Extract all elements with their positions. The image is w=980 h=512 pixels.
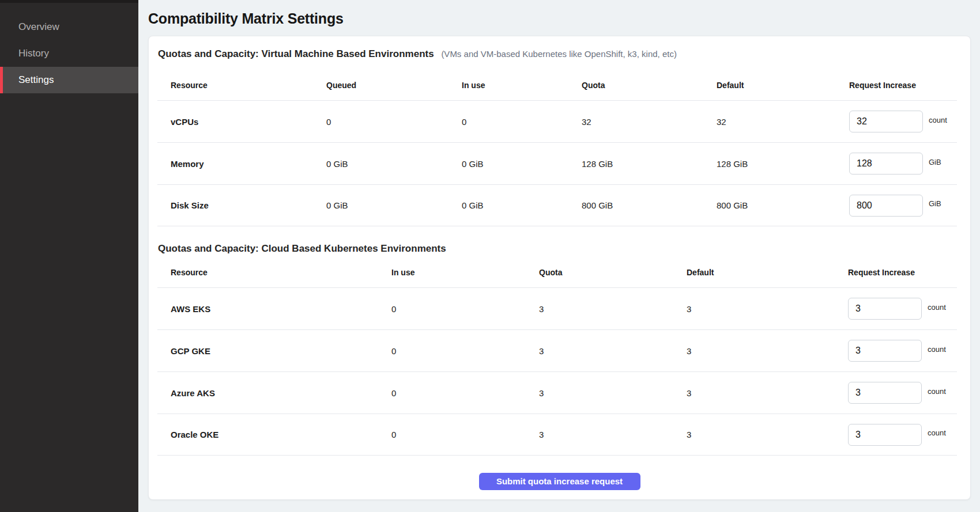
- table-row-vcpus: vCPUs 0 0 32 32 count: [157, 100, 957, 142]
- default-value: 3: [687, 304, 848, 314]
- in-use-value: 0: [391, 346, 539, 356]
- column-header-in-use: In use: [462, 81, 582, 90]
- unit-label: count: [929, 116, 947, 124]
- queued-value: 0: [326, 117, 462, 127]
- unit-label: GiB: [929, 199, 941, 208]
- sidebar-item-label: Overview: [18, 21, 59, 33]
- vm-table-header-row: Resource Queued In use Quota Default Req…: [157, 70, 957, 100]
- vcpus-request-input[interactable]: [849, 111, 923, 132]
- table-row-oracle-oke: Oracle OKE 0 3 3 count: [157, 414, 957, 456]
- unit-label: GiB: [929, 158, 941, 166]
- resource-name: AWS EKS: [171, 304, 391, 314]
- table-row-aws-eks: AWS EKS 0 3 3 count: [157, 287, 957, 329]
- default-value: 3: [687, 388, 848, 398]
- oracle-oke-request-input[interactable]: [848, 424, 922, 446]
- quota-value: 3: [539, 430, 687, 439]
- sidebar: Overview History Settings: [0, 0, 138, 512]
- quota-value: 32: [582, 117, 717, 127]
- vm-quota-table: Resource Queued In use Quota Default Req…: [157, 70, 957, 226]
- in-use-value: 0: [391, 430, 539, 439]
- sidebar-item-label: History: [18, 48, 49, 59]
- request-increase-cell: GiB: [849, 153, 957, 175]
- column-header-queued: Queued: [326, 81, 462, 90]
- gcp-gke-request-input[interactable]: [848, 340, 922, 362]
- column-header-resource: Resource: [171, 268, 391, 277]
- azure-aks-request-input[interactable]: [848, 382, 922, 404]
- sidebar-item-settings[interactable]: Settings: [0, 67, 138, 93]
- table-row-azure-aks: Azure AKS 0 3 3 count: [157, 371, 957, 414]
- quota-value: 3: [539, 346, 687, 356]
- unit-label: count: [928, 303, 946, 312]
- resource-name: vCPUs: [171, 117, 326, 127]
- default-value: 3: [687, 346, 848, 356]
- resource-name: GCP GKE: [171, 346, 391, 356]
- request-increase-cell: GiB: [849, 195, 957, 217]
- column-header-default: Default: [717, 81, 849, 90]
- quota-value: 128 GiB: [582, 159, 717, 169]
- in-use-value: 0 GiB: [462, 200, 582, 210]
- sidebar-item-overview[interactable]: Overview: [0, 14, 138, 40]
- resource-name: Disk Size: [171, 200, 326, 210]
- default-value: 32: [717, 117, 849, 127]
- in-use-value: 0 GiB: [462, 159, 582, 169]
- memory-request-input[interactable]: [849, 153, 923, 175]
- quota-value: 3: [539, 304, 687, 314]
- resource-name: Memory: [171, 159, 326, 169]
- column-header-quota: Quota: [539, 268, 687, 277]
- request-increase-cell: count: [849, 111, 957, 132]
- submit-row: Submit quota increase request: [149, 473, 970, 490]
- request-increase-cell: count: [848, 382, 957, 404]
- column-header-default: Default: [687, 268, 848, 277]
- unit-label: count: [928, 387, 946, 396]
- request-increase-cell: count: [848, 298, 957, 320]
- request-increase-cell: count: [848, 340, 957, 362]
- default-value: 128 GiB: [717, 159, 849, 169]
- unit-label: count: [928, 428, 946, 437]
- in-use-value: 0: [462, 117, 582, 127]
- resource-name: Azure AKS: [171, 388, 391, 398]
- queued-value: 0 GiB: [326, 200, 462, 210]
- column-header-request-increase: Request Increase: [848, 268, 957, 277]
- request-increase-cell: count: [848, 424, 957, 446]
- column-header-resource: Resource: [171, 81, 326, 90]
- quota-value: 3: [539, 388, 687, 398]
- cloud-table-header-row: Resource In use Quota Default Request In…: [157, 257, 957, 287]
- in-use-value: 0: [391, 304, 539, 314]
- vm-section-heading: Quotas and Capacity: Virtual Machine Bas…: [158, 45, 961, 63]
- sidebar-item-history[interactable]: History: [0, 40, 138, 67]
- default-value: 800 GiB: [717, 200, 849, 210]
- settings-card: Quotas and Capacity: Virtual Machine Bas…: [148, 36, 971, 500]
- disk-size-request-input[interactable]: [849, 195, 923, 217]
- aws-eks-request-input[interactable]: [848, 298, 922, 320]
- queued-value: 0 GiB: [326, 159, 462, 169]
- vm-section-subtitle: (VMs and VM-based Kubernetes like OpenSh…: [441, 49, 677, 59]
- unit-label: count: [928, 345, 946, 354]
- column-header-in-use: In use: [391, 268, 539, 277]
- table-row-gcp-gke: GCP GKE 0 3 3 count: [157, 329, 957, 371]
- in-use-value: 0: [391, 388, 539, 398]
- cloud-section-heading: Quotas and Capacity: Cloud Based Kuberne…: [158, 240, 961, 257]
- table-row-memory: Memory 0 GiB 0 GiB 128 GiB 128 GiB GiB: [157, 142, 957, 184]
- quota-value: 800 GiB: [582, 200, 717, 210]
- column-header-request-increase: Request Increase: [849, 81, 957, 90]
- submit-quota-increase-button[interactable]: Submit quota increase request: [479, 473, 640, 490]
- vm-section-title: Quotas and Capacity: Virtual Machine Bas…: [158, 48, 434, 59]
- main-content: Compatibility Matrix Settings Quotas and…: [138, 0, 980, 512]
- cloud-quota-table: Resource In use Quota Default Request In…: [157, 257, 957, 456]
- resource-name: Oracle OKE: [171, 430, 391, 439]
- sidebar-item-label: Settings: [18, 74, 54, 86]
- column-header-quota: Quota: [582, 81, 717, 90]
- page-title: Compatibility Matrix Settings: [148, 9, 971, 28]
- table-row-disk-size: Disk Size 0 GiB 0 GiB 800 GiB 800 GiB Gi…: [157, 184, 957, 226]
- default-value: 3: [687, 430, 848, 439]
- cloud-section-title: Quotas and Capacity: Cloud Based Kuberne…: [158, 243, 446, 254]
